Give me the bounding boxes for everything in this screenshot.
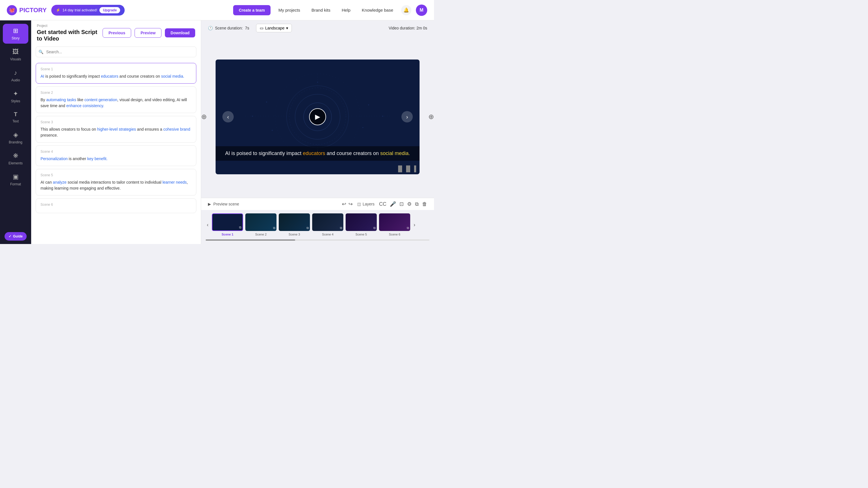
scene-3-link-brand[interactable]: cohesive brand <box>163 127 190 131</box>
sidebar-item-text-label: Text <box>12 119 19 123</box>
notification-button[interactable]: 🔔 <box>401 5 411 15</box>
timeline-prev-button[interactable]: ‹ <box>206 222 210 228</box>
mic-button[interactable]: 🎤 <box>390 201 396 207</box>
svg-point-9 <box>362 127 364 128</box>
scene-6-label: Scene 6 <box>40 203 191 207</box>
scene-5-text: AI can analyze social media interactions… <box>40 179 191 191</box>
scene-1-link-educators[interactable]: educators <box>101 74 118 79</box>
scene-5-link-learner[interactable]: learner needs <box>162 180 187 184</box>
timeline-scene-4-label: Scene 4 <box>322 233 334 236</box>
crop-button[interactable]: ⊡ <box>399 201 404 207</box>
upgrade-button[interactable]: Upgrade <box>99 7 120 13</box>
preview-panel: 🕐 Scene duration: 7s ▭ Landscape ▾ Video… <box>201 21 434 244</box>
layers-icon: ◫ <box>357 202 361 206</box>
play-icon: ▶ <box>208 202 211 206</box>
scenes-list: Scene 1 AI is poised to significantly im… <box>31 61 201 244</box>
next-scene-button[interactable]: › <box>401 111 413 122</box>
scene-card-5[interactable]: Scene 5 AI can analyze social media inte… <box>36 169 196 195</box>
timeline-next-button[interactable]: › <box>412 222 416 228</box>
scene-3-link-strategies[interactable]: higher-level strategies <box>97 127 136 131</box>
scene-card-2[interactable]: Scene 2 By automating tasks like content… <box>36 86 196 113</box>
captions-button[interactable]: CC <box>379 201 386 207</box>
sidebar-item-branding[interactable]: ◈ Branding <box>3 128 28 148</box>
timeline-scene-1[interactable]: ⧉ Scene 1 <box>212 213 243 236</box>
prev-scene-button[interactable]: ‹ <box>222 111 234 122</box>
add-scene-left-button[interactable]: ⊕ <box>201 113 207 121</box>
scene-5-overlay-icon: ⧉ <box>373 226 376 230</box>
scene-card-6[interactable]: Scene 6 <box>36 199 196 213</box>
scene-card-4[interactable]: Scene 4 Personalization is another key b… <box>36 145 196 166</box>
scene-5-link-analyze[interactable]: analyze <box>53 180 67 184</box>
scene-thumb-bg-3 <box>279 213 310 231</box>
guide-button[interactable]: ✓ Guide <box>4 232 27 241</box>
timeline-scrollbar-thumb <box>206 240 295 241</box>
svg-point-1 <box>275 74 360 159</box>
preview-button[interactable]: Preview <box>134 28 161 38</box>
landscape-icon: ▭ <box>260 26 264 30</box>
scene-1-link-socialmedia[interactable]: social media. <box>161 74 184 79</box>
scene-3-text: This allows creators to focus on higher-… <box>40 126 191 138</box>
scene-4-link-personalization[interactable]: Personalization <box>40 156 68 161</box>
scene-1-link-ai[interactable]: AI <box>40 74 44 79</box>
timeline-scene-5-label: Scene 5 <box>355 233 367 236</box>
landscape-select[interactable]: ▭ Landscape ▾ <box>256 24 292 32</box>
timeline-scene-2[interactable]: ⧉ Scene 2 <box>245 213 277 236</box>
timeline-scene-4[interactable]: ⧉ Scene 4 <box>312 213 343 236</box>
scene-2-link-consistency[interactable]: enhance consistency. <box>66 103 104 108</box>
scene-2-link-content[interactable]: content generation <box>85 97 117 102</box>
redo-button[interactable]: ↪ <box>348 201 353 207</box>
preview-topbar: 🕐 Scene duration: 7s ▭ Landscape ▾ Video… <box>201 21 434 36</box>
scene-thumb-bg-6 <box>379 213 410 231</box>
timeline-scene-5[interactable]: ⧉ Scene 5 <box>346 213 377 236</box>
scene-2-overlay-icon: ⧉ <box>273 226 275 230</box>
brand-kits-link[interactable]: Brand kits <box>308 8 334 12</box>
search-input[interactable] <box>36 47 196 57</box>
subtitle-text1: AI is poised to significantly impact <box>225 151 303 156</box>
timeline-scene-6[interactable]: ⧉ Scene 6 <box>379 213 410 236</box>
layers-button[interactable]: ◫ Layers <box>357 202 374 206</box>
scene-card-3[interactable]: Scene 3 This allows creators to focus on… <box>36 116 196 143</box>
scene-2-label: Scene 2 <box>40 91 191 95</box>
landscape-label: Landscape <box>265 26 285 30</box>
scene-thumb-bg-4 <box>312 213 343 231</box>
preview-scene-label: Preview scene <box>213 202 239 206</box>
previous-button[interactable]: Previous <box>102 28 131 38</box>
undo-button[interactable]: ↩ <box>342 201 346 207</box>
logo[interactable]: 🐙 PICTORY <box>7 5 47 15</box>
scene-thumb-bg-1 <box>213 214 243 231</box>
scene-thumb-img-5: ⧉ <box>346 213 377 231</box>
avatar[interactable]: M <box>416 4 427 16</box>
timeline-scrollbar[interactable] <box>206 240 430 241</box>
add-scene-right-button[interactable]: ⊕ <box>428 113 434 121</box>
help-link[interactable]: Help <box>338 8 354 12</box>
sidebar-item-visuals-label: Visuals <box>10 57 21 61</box>
timeline-track: ‹ ⧉ Scene 1 ⧉ Scene 2 <box>206 213 430 238</box>
sidebar-item-format[interactable]: ▣ Format <box>3 170 28 190</box>
knowledge-base-link[interactable]: Knowledge base <box>359 8 397 12</box>
copy-button[interactable]: ⧉ <box>415 201 419 207</box>
search-box: 🔍 <box>36 47 196 57</box>
download-button[interactable]: Download <box>165 28 195 37</box>
video-canvas-wrap: ⊕ <box>201 36 434 198</box>
timeline-scene-6-label: Scene 6 <box>389 233 400 236</box>
svg-point-8 <box>368 104 369 105</box>
video-duration-value: 2m 0s <box>416 26 427 30</box>
settings-button[interactable]: ⚙ <box>407 201 412 207</box>
sidebar-item-styles[interactable]: ✦ Styles <box>3 87 28 106</box>
preview-scene-button[interactable]: ▶ Preview scene <box>208 202 239 206</box>
sidebar-item-story[interactable]: ⊞ Story <box>3 24 28 43</box>
scene-2-link-automating[interactable]: automating tasks <box>46 97 76 102</box>
scene-1-label: Scene 1 <box>40 67 191 71</box>
create-team-button[interactable]: Create a team <box>233 5 271 15</box>
timeline-scene-3[interactable]: ⧉ Scene 3 <box>279 213 310 236</box>
sidebar-item-elements[interactable]: ❋ Elements <box>3 149 28 169</box>
svg-point-12 <box>317 82 318 83</box>
delete-button[interactable]: 🗑 <box>422 201 427 207</box>
scene-card-1[interactable]: Scene 1 AI is poised to significantly im… <box>36 63 196 84</box>
logo-icon: 🐙 <box>7 5 17 15</box>
my-projects-link[interactable]: My projects <box>275 8 304 12</box>
sidebar-item-text[interactable]: T Text <box>3 108 28 127</box>
scene-4-link-benefit[interactable]: key benefit. <box>87 156 107 161</box>
sidebar-item-visuals[interactable]: 🖼 Visuals <box>3 45 28 65</box>
sidebar-item-audio[interactable]: ♪ Audio <box>3 66 28 86</box>
